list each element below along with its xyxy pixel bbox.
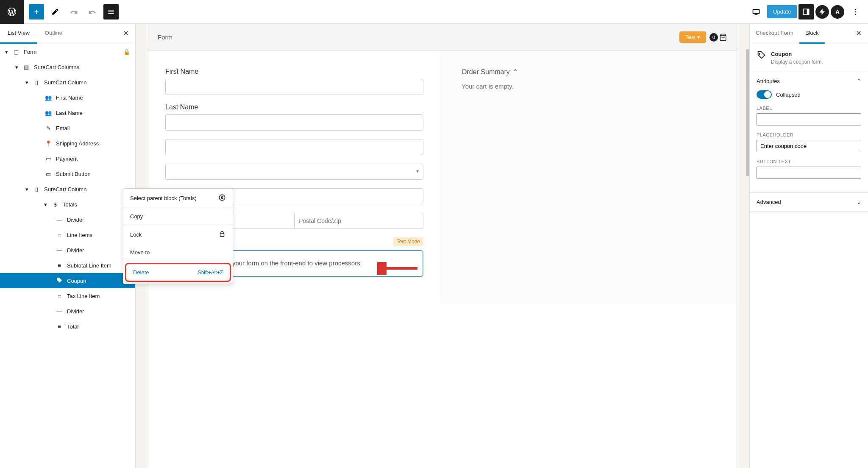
dollar-circle-icon xyxy=(218,194,226,203)
tree-label: SureCart Column xyxy=(44,79,86,86)
view-button[interactable] xyxy=(748,4,764,20)
placeholder-input[interactable] xyxy=(757,140,861,152)
attributes-section: Attributes ⌃ Collapsed LABEL PLACEHOLDER… xyxy=(750,72,868,193)
tree-column-2[interactable]: ▾ ▯ SureCart Column xyxy=(0,181,135,197)
tree-label: SureCart Column xyxy=(44,186,86,192)
redo-icon xyxy=(88,8,97,16)
collapsed-toggle[interactable] xyxy=(757,90,772,99)
column-icon: ▯ xyxy=(32,185,41,193)
ctx-label: Copy xyxy=(130,213,143,220)
close-panel-button[interactable] xyxy=(117,24,135,44)
tree-first-name[interactable]: 👥First Name xyxy=(0,90,135,105)
ctx-label: Delete xyxy=(133,269,149,276)
add-block-button[interactable] xyxy=(29,4,44,20)
lock-icon xyxy=(218,230,226,239)
test-mode-badge: Test Mode xyxy=(393,237,423,246)
ctx-label: Select parent block (Totals) xyxy=(130,195,197,201)
top-toolbar: Update A xyxy=(0,0,868,24)
chevron-down-icon[interactable]: ▾ xyxy=(5,49,12,55)
tree-coupon[interactable]: Coupon ⋮ xyxy=(0,273,135,288)
tree-label: Totals xyxy=(63,201,77,208)
ctx-select-parent[interactable]: Select parent block (Totals) xyxy=(123,189,233,208)
tree-tax[interactable]: ≡Tax Line Item xyxy=(0,288,135,304)
bolt-icon xyxy=(818,8,826,16)
button-text-field-label: BUTTON TEXT xyxy=(757,159,861,164)
tab-block[interactable]: Block xyxy=(799,24,825,44)
last-name-label: Last Name xyxy=(165,103,423,111)
tree-payment[interactable]: ▭Payment xyxy=(0,151,135,166)
chevron-down-icon[interactable]: ▾ xyxy=(44,201,51,208)
advanced-toggle[interactable]: Advanced ⌄ xyxy=(750,193,868,211)
close-inspector-button[interactable] xyxy=(849,24,868,44)
tree-shipping[interactable]: 📍Shipping Address xyxy=(0,136,135,151)
plus-icon xyxy=(32,8,41,16)
country-select[interactable] xyxy=(165,164,423,180)
lock-icon: 🔒 xyxy=(123,49,130,55)
label-field-label: LABEL xyxy=(757,106,861,111)
block-description: Display a coupon form. xyxy=(771,59,823,65)
chevron-down-icon[interactable]: ▾ xyxy=(15,64,22,70)
tab-list-view[interactable]: List View xyxy=(0,24,37,44)
tree-divider-3[interactable]: —Divider xyxy=(0,304,135,319)
sidebar-toggle[interactable] xyxy=(798,4,814,20)
chevron-down-icon[interactable]: ▾ xyxy=(25,186,32,192)
attributes-toggle[interactable]: Attributes ⌃ xyxy=(750,72,868,90)
astra-button[interactable]: A xyxy=(831,5,844,19)
ctx-label: Move to xyxy=(130,249,150,256)
tree-line-items[interactable]: ≡Line Items xyxy=(0,227,135,242)
label-input[interactable] xyxy=(757,113,861,125)
tree-totals[interactable]: ▾ $ Totals xyxy=(0,197,135,212)
tree-email[interactable]: ✎Email xyxy=(0,120,135,136)
svg-point-4 xyxy=(855,11,856,12)
tab-checkout-form[interactable]: Checkout Form xyxy=(750,24,799,44)
tree-label: Shipping Address xyxy=(56,140,99,147)
tree-label: Form xyxy=(24,49,36,55)
edit-button[interactable] xyxy=(47,4,63,20)
ctx-move-to[interactable]: Move to xyxy=(123,244,233,261)
update-button[interactable]: Update xyxy=(767,5,797,18)
context-menu: Select parent block (Totals) Copy Lock M… xyxy=(123,188,233,284)
tree-form[interactable]: ▾ ▢ Form 🔒 xyxy=(0,44,135,59)
tree-divider-2[interactable]: —Divider xyxy=(0,242,135,258)
order-summary-title[interactable]: Order Summary ⌃ xyxy=(462,68,720,76)
tree-column-1[interactable]: ▾ ▯ SureCart Column xyxy=(0,75,135,90)
user-icon: 👥 xyxy=(44,109,53,117)
tree-total[interactable]: ≡Total xyxy=(0,319,135,334)
options-button[interactable] xyxy=(848,4,863,20)
ctx-delete[interactable]: Delete Shift+Alt+Z xyxy=(126,264,230,281)
tree-label: Payment xyxy=(56,156,78,162)
tag-icon xyxy=(757,51,766,61)
tree-divider-1[interactable]: —Divider xyxy=(0,212,135,227)
wordpress-logo[interactable] xyxy=(0,0,24,24)
chevron-down-icon[interactable]: ▾ xyxy=(25,79,32,86)
postal-input[interactable] xyxy=(294,213,423,229)
redo-button[interactable] xyxy=(85,4,100,20)
first-name-input[interactable] xyxy=(165,79,423,95)
right-panel: Checkout Form Block Coupon Display a cou… xyxy=(749,24,868,468)
tree-columns[interactable]: ▾ ▥ SureCart Columns xyxy=(0,59,135,75)
button-text-input[interactable] xyxy=(757,167,861,179)
chevron-down-icon: ⌄ xyxy=(857,199,861,205)
pencil-icon xyxy=(51,8,59,16)
tab-outline[interactable]: Outline xyxy=(37,24,70,44)
tree-submit[interactable]: ▭Submit Button xyxy=(0,166,135,181)
test-button[interactable]: Test ▾ xyxy=(679,31,706,43)
tree-label: Coupon xyxy=(67,278,86,284)
tree-last-name[interactable]: 👥Last Name xyxy=(0,105,135,120)
divider-icon: — xyxy=(55,246,64,254)
chevron-down-icon: ▾ xyxy=(697,34,700,40)
list-view-toggle[interactable] xyxy=(103,4,119,20)
ctx-copy[interactable]: Copy xyxy=(123,208,233,225)
tree-label: First Name xyxy=(56,95,83,101)
scrollbar[interactable] xyxy=(746,49,749,176)
email-input[interactable] xyxy=(165,139,423,155)
feather-icon: ✎ xyxy=(44,124,53,132)
svg-rect-7 xyxy=(220,234,224,237)
list-icon: ≡ xyxy=(55,322,64,331)
last-name-input[interactable] xyxy=(165,114,423,131)
surecart-button[interactable] xyxy=(815,5,829,19)
ctx-lock[interactable]: Lock xyxy=(123,225,233,244)
cart-icon[interactable] xyxy=(719,33,727,42)
tree-subtotal[interactable]: ≡Subtotal Line Item xyxy=(0,258,135,273)
undo-button[interactable] xyxy=(66,4,81,20)
